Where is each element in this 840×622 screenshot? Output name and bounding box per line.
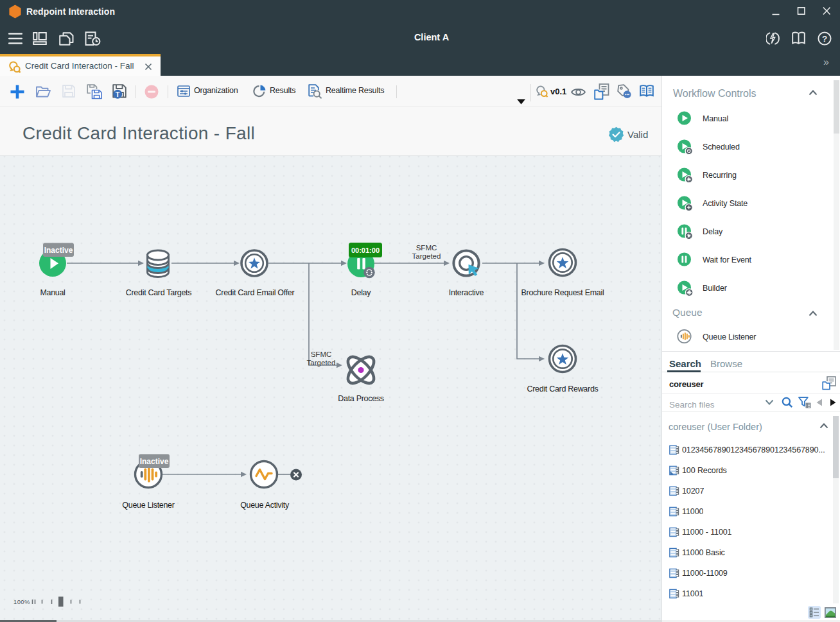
svg-text:Queue Listener: Queue Listener [703,333,756,341]
svg-text:Brochure Request Email: Brochure Request Email [521,288,604,297]
svg-text:SFMC: SFMC [311,350,332,358]
svg-text:Data Process: Data Process [338,394,383,403]
svg-text:Wait for Event: Wait for Event [703,255,752,264]
svg-text:Inactive: Inactive [44,246,73,255]
svg-text:Queue Listener: Queue Listener [122,501,174,510]
svg-text:00:01:00: 00:01:00 [351,246,380,254]
svg-text:Credit Card Targets: Credit Card Targets [126,288,191,297]
svg-text:Activity State: Activity State [703,199,748,208]
svg-text:Delay: Delay [703,227,723,236]
svg-text:100%: 100% [13,598,30,605]
svg-text:Queue Activity: Queue Activity [240,501,290,510]
svg-text:Recurring: Recurring [703,171,737,180]
svg-text:Delay: Delay [351,288,372,297]
svg-text:SFMC: SFMC [416,244,437,252]
svg-text:?: ? [822,34,827,44]
svg-text:Interactive: Interactive [449,288,484,297]
svg-text:Scheduled: Scheduled [703,143,740,151]
svg-text:T: T [116,91,120,98]
svg-text:Manual: Manual [40,288,65,297]
svg-text:Builder: Builder [703,284,727,293]
svg-text:Targeted: Targeted [412,252,441,260]
svg-text:Queue: Queue [672,307,703,318]
svg-text:Credit Card Rewards: Credit Card Rewards [527,384,598,393]
svg-text:Targeted: Targeted [307,359,336,367]
svg-text:Manual: Manual [703,114,728,123]
svg-text:Inactive: Inactive [140,457,169,466]
svg-text:Credit Card Email Offer: Credit Card Email Offer [216,288,295,297]
